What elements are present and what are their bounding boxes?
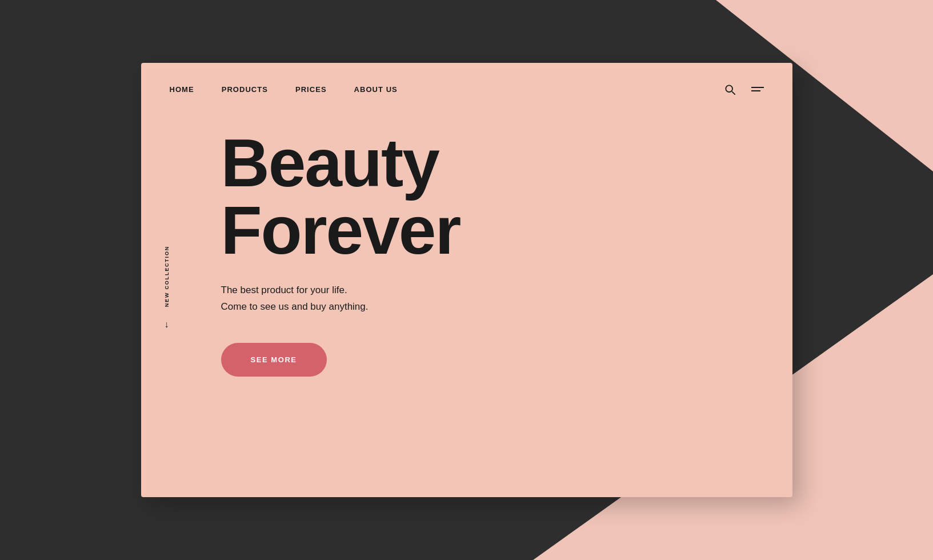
hero-title-line1: Beauty <box>221 125 439 201</box>
menu-line-2 <box>751 90 760 91</box>
svg-point-0 <box>726 85 732 92</box>
hero-subtitle: The best product for your life. Come to … <box>221 282 792 315</box>
hero-title-line2: Forever <box>221 193 461 268</box>
svg-line-1 <box>732 92 735 95</box>
see-more-button[interactable]: SEE MORE <box>221 343 327 377</box>
nav-icons <box>724 83 764 95</box>
main-card: HOME PRODUCTS PRICES ABOUT US Beauty For… <box>141 63 792 497</box>
nav-products[interactable]: PRODUCTS <box>222 85 268 94</box>
hero-section: Beauty Forever The best product for your… <box>141 95 792 377</box>
hero-subtitle-line1: The best product for your life. <box>221 285 347 295</box>
navigation: HOME PRODUCTS PRICES ABOUT US <box>141 63 792 95</box>
nav-links: HOME PRODUCTS PRICES ABOUT US <box>170 85 398 94</box>
side-label-container: NEW COLLECTION ↓ <box>164 246 170 330</box>
search-icon[interactable] <box>724 83 735 95</box>
side-collection-label: NEW COLLECTION <box>164 246 170 307</box>
side-arrow-icon: ↓ <box>165 319 169 330</box>
nav-about-us[interactable]: ABOUT US <box>354 85 398 94</box>
menu-line-1 <box>751 87 764 88</box>
nav-home[interactable]: HOME <box>170 85 194 94</box>
hero-subtitle-line2: Come to see us and buy anything. <box>221 301 369 312</box>
hero-title: Beauty Forever <box>221 129 792 264</box>
nav-prices[interactable]: PRICES <box>295 85 327 94</box>
menu-icon[interactable] <box>751 87 764 91</box>
